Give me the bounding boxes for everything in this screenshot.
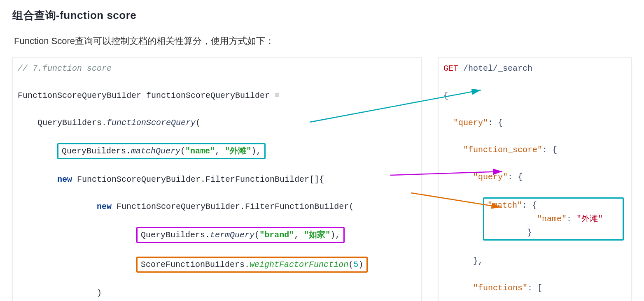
java-code: // 7.function score FunctionScoreQueryBu…: [13, 62, 421, 301]
highlight-match-query: QueryBuilders.matchQuery("name", "外滩"),: [57, 143, 266, 159]
json-line: "function_score": {: [439, 143, 631, 157]
code-line: FunctionScoreQueryBuilder functionScoreQ…: [13, 89, 421, 102]
java-code-panel: // 7.function score FunctionScoreQueryBu…: [12, 57, 422, 301]
highlight-weight-function: ScoreFunctionBuilders.weightFactorFuncti…: [136, 257, 368, 273]
json-line-match: "match": { "name": "外滩" }: [439, 197, 631, 241]
json-line: "query": {: [439, 116, 631, 130]
json-code: GET /hotel/_search { "query": { "functio…: [439, 62, 631, 301]
code-line: QueryBuilders.functionScoreQuery(: [13, 116, 421, 130]
code-line: ): [13, 286, 421, 300]
page-title: 组合查询-function score: [12, 8, 632, 23]
code-line: new FunctionScoreQueryBuilder.FilterFunc…: [13, 200, 421, 213]
json-line: {: [439, 89, 631, 102]
json-code-panel: GET /hotel/_search { "query": { "functio…: [438, 57, 632, 301]
code-line-weight: ScoreFunctionBuilders.weightFactorFuncti…: [13, 257, 421, 273]
code-line: new FunctionScoreQueryBuilder.FilterFunc…: [13, 173, 421, 186]
code-comment: // 7.function score: [18, 64, 112, 73]
json-line: "query": {: [439, 170, 631, 184]
highlight-json-match: "match": { "name": "外滩" }: [483, 197, 624, 241]
json-line: GET /hotel/_search: [439, 62, 631, 75]
json-line: "functions": [: [439, 281, 631, 295]
content-container: // 7.function score FunctionScoreQueryBu…: [12, 57, 632, 301]
description-text: Function Score查询可以控制文档的相关性算分，使用方式如下：: [12, 35, 632, 47]
code-line-term: QueryBuilders.termQuery("brand", "如家"),: [13, 227, 421, 243]
code-line-match: QueryBuilders.matchQuery("name", "外滩"),: [13, 143, 421, 159]
json-line: },: [439, 254, 631, 268]
highlight-term-query: QueryBuilders.termQuery("brand", "如家"),: [136, 227, 345, 243]
